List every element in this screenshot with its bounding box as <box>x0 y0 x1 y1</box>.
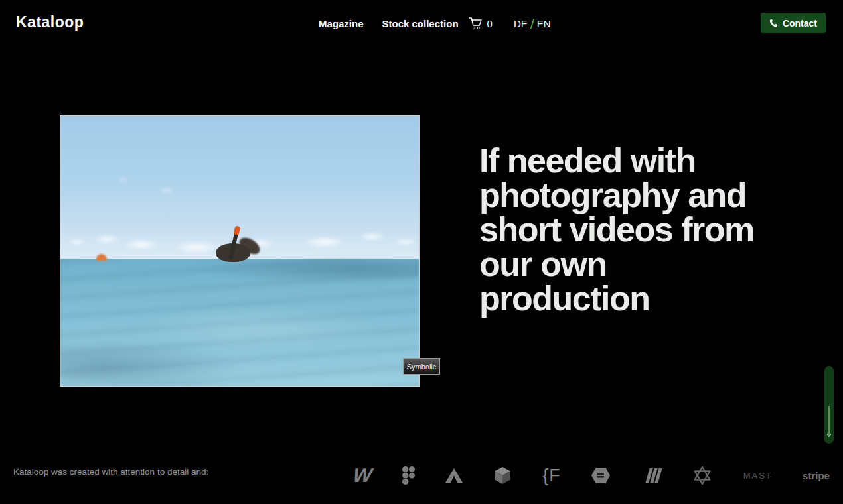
sea <box>60 259 419 386</box>
brand-logo[interactable]: Kataloop <box>16 13 84 31</box>
arrow-down-icon <box>826 406 832 440</box>
lang-divider <box>530 19 534 29</box>
openai-logo-icon <box>692 465 713 486</box>
page-title: If needed with photography and short vid… <box>479 143 805 316</box>
title-line: short videos from <box>479 212 805 247</box>
lang-de[interactable]: DE <box>514 18 528 29</box>
image-tag-symbolic: Symbolic <box>403 358 440 375</box>
adobe-logo-icon <box>445 468 463 483</box>
title-line: our own <box>479 247 805 281</box>
figma-logo-icon <box>402 466 416 485</box>
triple-slash-logo-icon <box>641 468 662 483</box>
mast-logo: MAST <box>743 471 773 481</box>
lang-en[interactable]: EN <box>537 18 551 29</box>
phone-icon <box>769 19 778 27</box>
partner-logo-row: W {F <box>353 462 830 489</box>
scroll-indicator[interactable] <box>824 366 834 444</box>
finsweet-logo-icon: {F <box>542 467 561 485</box>
buoy <box>96 254 107 261</box>
main-nav: Magazine Stock collection 0 DE EN <box>319 0 551 46</box>
contact-label: Contact <box>783 18 817 29</box>
nav-item-stock-collection[interactable]: Stock collection <box>382 18 459 29</box>
title-line: production <box>479 281 805 316</box>
title-line: If needed with <box>479 143 805 178</box>
contact-button[interactable]: Contact <box>761 13 826 33</box>
language-switcher: DE EN <box>514 18 551 29</box>
hero-image <box>60 115 420 387</box>
shopping-cart-icon <box>468 17 483 30</box>
cart-count: 0 <box>487 18 493 29</box>
title-line: photography and <box>479 178 805 212</box>
cart-button[interactable]: 0 <box>468 17 493 30</box>
footer-caption: Kataloop was created with attention to d… <box>13 467 208 477</box>
stripe-logo: stripe <box>803 470 830 481</box>
nav-item-magazine[interactable]: Magazine <box>319 18 364 29</box>
cube-3d-logo-icon <box>493 466 512 485</box>
webflow-logo-icon: W <box>352 466 372 485</box>
hexagon-logo-icon <box>591 467 611 484</box>
